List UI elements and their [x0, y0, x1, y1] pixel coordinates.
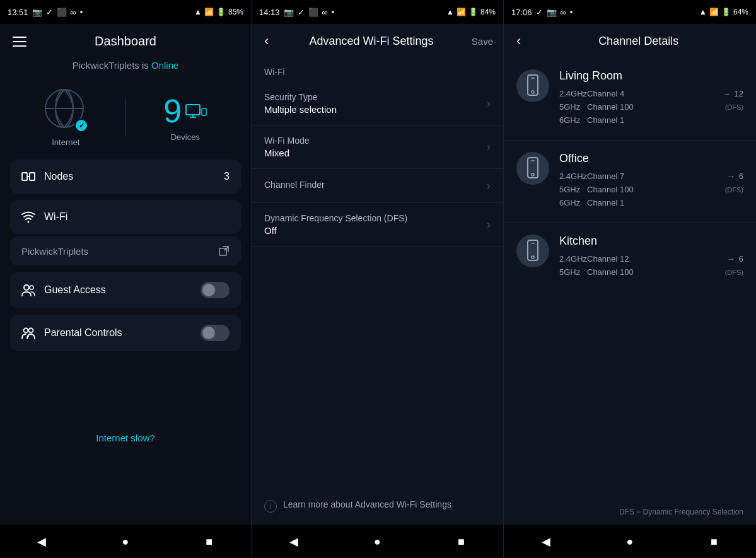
msg-icon: ⬛: [57, 8, 67, 17]
dot-icon-2: •: [332, 8, 335, 17]
internet-label: Internet: [52, 137, 79, 147]
kitchen-name: Kitchen: [559, 235, 743, 248]
node-device-icon: [525, 74, 540, 97]
node-device-icon-2: [525, 157, 540, 180]
living-room-6ghz: 6GHz Channel 1: [559, 115, 743, 125]
home-nav-btn-3[interactable]: ●: [619, 530, 641, 553]
bottom-nav-3: ◀ ● ■: [504, 525, 756, 558]
wifi-icon: [21, 210, 35, 224]
info-icon: i: [264, 500, 277, 513]
instagram-icon-2: 📷: [284, 8, 294, 17]
svg-point-14: [24, 285, 29, 290]
time-1: 13:51: [8, 8, 28, 17]
online-check-badge: [74, 119, 88, 132]
dfs-label-lr-5: (DFS): [725, 103, 743, 111]
guest-access-item[interactable]: Guest Access: [10, 272, 241, 308]
status-bar-left-3: 17:06 ✓ 📷 ∞ •: [511, 8, 573, 17]
bottom-nav-2: ◀ ● ■: [252, 525, 503, 558]
battery-pct-1: 85%: [228, 8, 243, 16]
advanced-wifi-header: ‹ Advanced Wi-Fi Settings Save: [252, 24, 503, 58]
battery-pct-3: 64%: [733, 8, 748, 16]
dashboard-header: Dashboard: [0, 24, 251, 55]
arrow-kit-24: →: [727, 254, 735, 264]
infinity-icon: ∞: [71, 8, 76, 17]
chevron-right-1: ›: [487, 97, 491, 110]
back-button-2[interactable]: ‹: [262, 30, 271, 52]
parental-controls-toggle[interactable]: [201, 325, 230, 341]
internet-slow-link[interactable]: Internet slow?: [96, 433, 154, 443]
security-type-value: Multiple selection: [264, 104, 487, 115]
globe-icon-wrap: [43, 87, 88, 132]
wifi-mode-title: Wi-Fi Mode: [264, 136, 487, 146]
channel-finder-item[interactable]: Channel Finder ›: [252, 169, 503, 203]
dashboard-title: Dashboard: [95, 34, 156, 49]
security-type-item[interactable]: Security Type Multiple selection ›: [252, 82, 503, 125]
channel-12-kit: Channel 12: [587, 254, 723, 264]
dfs-content: Dynamic Frequency Selection (DFS) Off: [264, 213, 487, 236]
recent-nav-btn-2[interactable]: ■: [450, 530, 473, 553]
status-bar-right-3: ▲ 📶 🔋 64%: [699, 8, 748, 16]
guest-access-toggle[interactable]: [201, 282, 230, 298]
check-icon: ✓: [46, 8, 53, 17]
back-button-3[interactable]: ‹: [514, 30, 523, 52]
recent-nav-btn-1[interactable]: ■: [198, 530, 221, 553]
node-device-icon-3: [525, 240, 540, 262]
home-nav-btn-1[interactable]: ●: [114, 530, 137, 553]
wifi-network-sub-item[interactable]: PickwickTriplets: [10, 236, 241, 265]
dfs-footer: DFS = Dynamic Frequency Selection: [504, 499, 756, 525]
home-nav-btn-2[interactable]: ●: [366, 530, 389, 553]
new-channel-kit-24: 6: [739, 254, 743, 264]
svg-rect-8: [22, 173, 27, 180]
check-icon-2: ✓: [298, 8, 305, 17]
channel-finder-content: Channel Finder: [264, 180, 487, 192]
channel-details-panel: 17:06 ✓ 📷 ∞ • ▲ 📶 🔋 64% ‹ Channel Detail…: [504, 0, 756, 558]
office-5ghz: 5GHz Channel 100 (DFS): [559, 185, 743, 194]
parental-controls-item[interactable]: Parental Controls: [10, 315, 241, 351]
freq-5ghz-off: 5GHz: [559, 185, 587, 194]
svg-point-21: [532, 91, 534, 93]
save-button[interactable]: Save: [472, 36, 493, 47]
wifi-mode-item[interactable]: Wi-Fi Mode Mixed ›: [252, 125, 503, 169]
living-room-name: Living Room: [559, 69, 743, 83]
status-bar-left-1: 13:51 📷 ✓ ⬛ ∞ •: [8, 8, 83, 17]
wifi-mode-content: Wi-Fi Mode Mixed: [264, 136, 487, 158]
freq-6ghz-lr: 6GHz: [559, 115, 587, 125]
living-room-5ghz: 5GHz Channel 100 (DFS): [559, 102, 743, 112]
signal-bars-icon-2: 📶: [457, 8, 466, 16]
channel-1-off: Channel 1: [587, 198, 743, 207]
channel-7-off: Channel 7: [587, 171, 723, 181]
menu-button[interactable]: [13, 37, 26, 47]
back-nav-btn-1[interactable]: ◀: [30, 530, 53, 553]
living-room-info: Living Room 2.4GHz Channel 4 → 12 5GHz C…: [559, 69, 743, 129]
nodes-nav-item[interactable]: Nodes 3: [10, 160, 241, 194]
internet-block: Internet: [13, 87, 119, 147]
msg-icon-2: ⬛: [308, 8, 318, 17]
wifi-nav-item[interactable]: Wi-Fi: [10, 200, 241, 234]
wifi-signal-icon-1: ▲: [194, 8, 202, 16]
freq-24ghz-kit: 2.4GHz: [559, 254, 587, 264]
devices-label: Devices: [171, 132, 200, 142]
arrow-off-24: →: [727, 171, 735, 181]
dfs-value: Off: [264, 225, 487, 236]
time-3: 17:06: [511, 8, 532, 17]
back-nav-btn-2[interactable]: ◀: [282, 530, 305, 553]
guest-access-left: Guest Access: [21, 283, 106, 297]
back-nav-btn-3[interactable]: ◀: [535, 530, 557, 553]
nodes-count-badge: 3: [224, 171, 230, 182]
recent-nav-btn-3[interactable]: ■: [702, 530, 725, 553]
guest-access-icon: [21, 283, 35, 297]
nav-items: Nodes 3 Wi-Fi PickwickTriplets: [0, 160, 251, 351]
kitchen-info: Kitchen 2.4GHz Channel 12 → 6 5GHz Chann…: [559, 235, 743, 279]
channel-100-lr: Channel 100: [587, 102, 724, 112]
dfs-item[interactable]: Dynamic Frequency Selection (DFS) Off ›: [252, 203, 503, 247]
wifi-mode-value: Mixed: [264, 148, 487, 158]
nodes-icon: [21, 170, 35, 183]
dfs-label-kit-5: (DFS): [725, 269, 743, 276]
nodes-label: Nodes: [44, 171, 73, 182]
battery-icon-3: 🔋: [721, 8, 731, 16]
freq-6ghz-off: 6GHz: [559, 198, 587, 207]
dfs-title: Dynamic Frequency Selection (DFS): [264, 213, 487, 223]
office-6ghz: 6GHz Channel 1: [559, 198, 743, 207]
learn-more-footer: i Learn more about Advanced Wi-Fi Settin…: [252, 486, 503, 525]
new-channel-off-24: 6: [739, 171, 743, 181]
